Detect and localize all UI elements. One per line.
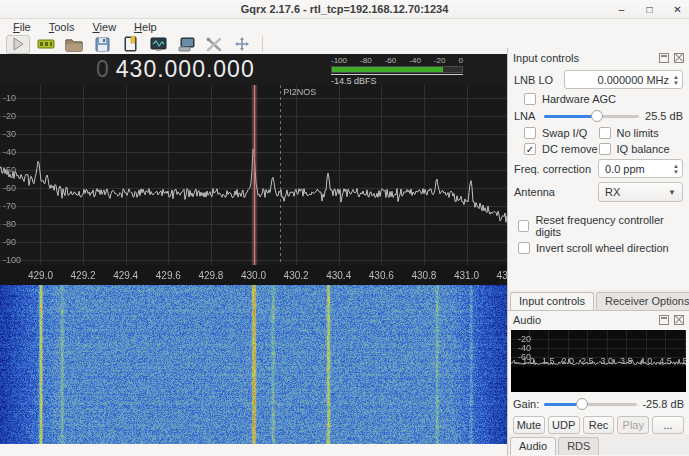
save-button[interactable] [90,35,114,54]
tab-input-controls[interactable]: Input controls [510,292,594,310]
invert-scroll-checkbox[interactable] [518,242,530,254]
lnb-lo-spinbox[interactable]: 0.000000 MHz ▲▼ [564,70,683,89]
bookmark-book-icon [123,36,138,52]
lna-slider[interactable] [544,109,639,123]
iq-tool-button[interactable] [34,35,58,54]
audio-freq-tick-label: 2.0 [561,356,574,366]
db-tick-label: -40 [3,147,16,157]
fft-plot[interactable]: PI2NOS -10-20-30-40-50-60-70-80-90-100 [0,85,507,265]
floppy-disk-icon [95,37,110,52]
remote-control-button[interactable] [174,35,198,54]
frequency-digits[interactable]: 430.000.000 [116,56,255,82]
freq-tick-label: 431.0 [454,270,479,281]
audio-fft-display[interactable]: -20-40-601.01.52.02.53.03.54.04.55 [511,330,686,392]
bookmark-label[interactable]: PI2NOS [283,87,316,97]
menu-help[interactable]: Help [125,21,166,33]
db-tick-label: -80 [3,219,16,229]
titlebar[interactable]: Gqrx 2.17.6 - rtl_tcp=192.168.12.70:1234… [0,0,689,19]
swap-iq-checkbox[interactable] [524,127,536,139]
tab-rds[interactable]: RDS [558,437,599,455]
close-button[interactable]: ✕ [670,2,685,17]
float-dock-icon[interactable] [659,53,669,63]
menu-file[interactable]: File [4,21,40,33]
freq-tick-label: 430.6 [369,270,394,281]
close-dock-icon[interactable] [674,53,684,63]
antenna-combobox[interactable]: RX ▼ [598,182,683,202]
iq-chip-icon [37,37,55,51]
db-tick-label: -90 [3,237,16,247]
lnb-lo-value[interactable]: 0.000000 MHz [571,74,669,86]
menu-tools[interactable]: Tools [40,21,84,33]
maximize-button[interactable]: □ [642,2,657,17]
freq-correction-value[interactable]: 0.0 ppm [605,163,669,175]
audio-freq-tick-label: 2.5 [581,356,594,366]
play-icon [11,37,25,51]
menubar: FileToolsViewHelp [0,19,689,34]
freq-tick-label: 429.6 [156,270,181,281]
tab-audio[interactable]: Audio [510,437,556,455]
dc-remove-checkbox[interactable]: ✓ [524,143,536,155]
bookmarks-button[interactable] [118,35,142,54]
spinner-arrows-icon[interactable]: ▲▼ [673,163,679,175]
freq-tick-label: 429.8 [198,270,223,281]
configure-io-button[interactable] [202,35,226,54]
spinner-arrows-icon[interactable]: ▲▼ [673,74,679,86]
udp-button[interactable]: UDP [548,416,580,434]
minimize-button[interactable]: – [614,2,629,17]
reset-digits-checkbox[interactable] [518,220,529,232]
menu-view[interactable]: View [83,21,125,33]
freq-tick-label: 430.4 [326,270,351,281]
iq-balance-checkbox[interactable] [599,143,611,155]
db-tick-label: -70 [3,201,16,211]
tab-receiver-options[interactable]: Receiver Options [596,292,689,310]
no-limits-checkbox[interactable] [599,127,611,139]
close-dock-icon[interactable] [674,315,684,325]
tools-icon [206,37,222,52]
db-tick-label: -60 [3,183,16,193]
more-options-button[interactable]: ... [652,416,684,434]
start-dsp-button[interactable] [6,35,30,54]
antenna-label: Antenna [514,186,598,198]
hardware-agc-checkbox[interactable] [524,93,536,105]
audio-title: Audio [513,314,654,326]
signal-meter: -100-80-60-40-200 -14.5 dBFS [331,56,463,86]
spectrum-canvas[interactable] [0,85,507,265]
freq-tick-label: 429.2 [71,270,96,281]
mute-button[interactable]: Mute [513,416,545,434]
db-tick-label: -100 [3,255,21,265]
swap-iq-row[interactable]: Swap I/Q [514,127,599,139]
set-frequency-button[interactable] [230,35,254,54]
db-tick-label: -20 [3,111,16,121]
rec-button[interactable]: Rec [583,416,615,434]
meter-underline [331,74,463,75]
dc-remove-row[interactable]: ✓ DC remove [514,143,599,155]
hardware-agc-row[interactable]: Hardware AGC [514,93,683,105]
frequency-axis: 429.0429.2429.4429.6429.8430.0430.2430.4… [0,265,507,285]
bottom-tab-bar: AudioRDS [508,434,689,455]
monitor-wave-icon [150,37,167,52]
window-bottom-strip [0,444,507,456]
db-tick-label: -30 [3,129,16,139]
frequency-ghz-digit[interactable]: 0 [96,56,110,82]
float-dock-icon[interactable] [659,315,669,325]
iq-row-2: ✓ DC remove IQ balance [514,143,683,155]
freq-tick-label: 430.8 [411,270,436,281]
freq-correction-spinbox[interactable]: 0.0 ppm ▲▼ [598,159,683,178]
gain-slider[interactable] [544,397,637,411]
waterfall-canvas[interactable] [0,285,507,444]
input-controls-title: Input controls [513,52,654,64]
open-file-button[interactable] [62,35,86,54]
reset-digits-row[interactable]: Reset frequency controller digits [514,214,683,238]
frequency-display[interactable]: 0430.000.000 [96,56,255,83]
no-limits-row[interactable]: No limits [599,127,659,139]
dsp-display-button[interactable] [146,35,170,54]
play-button[interactable]: Play [617,416,649,434]
antenna-value: RX [605,186,668,198]
freq-correction-row: Freq. correction 0.0 ppm ▲▼ [514,159,683,178]
db-tick-label: -50 [3,165,16,175]
freq-tick-label: 430.2 [284,270,309,281]
meter-tick: -100 [331,56,347,65]
invert-scroll-row[interactable]: Invert scroll wheel direction [514,242,683,254]
iq-balance-row[interactable]: IQ balance [599,143,670,155]
no-limits-label: No limits [617,127,659,139]
